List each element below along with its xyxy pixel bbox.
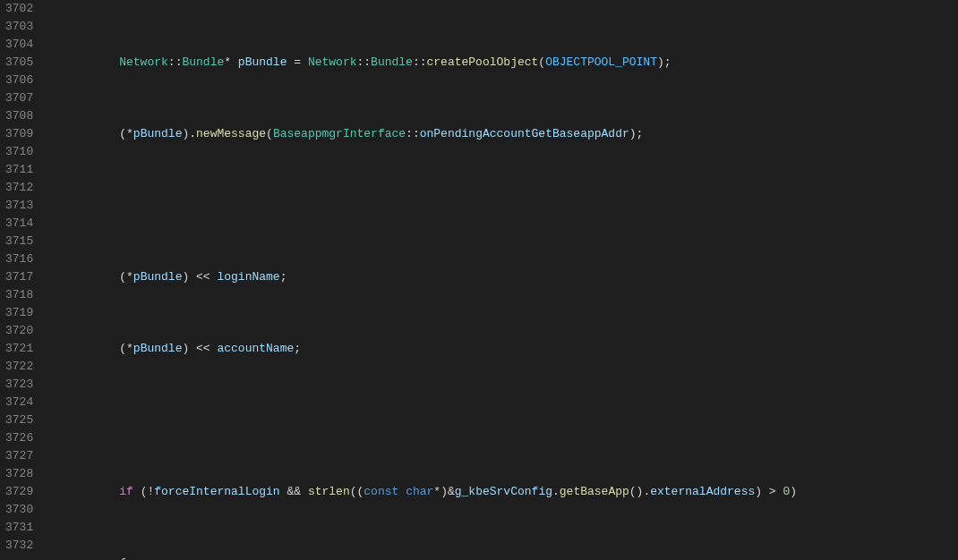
line-number: 3703 bbox=[5, 18, 33, 36]
line-number: 3706 bbox=[5, 72, 33, 89]
line-number: 3721 bbox=[5, 340, 33, 358]
line-number: 3730 bbox=[5, 501, 33, 519]
line-number: 3728 bbox=[5, 465, 33, 483]
type-token: BaseappmgrInterface bbox=[273, 127, 406, 140]
var-token: pBundle bbox=[133, 342, 183, 355]
type-token: Bundle bbox=[371, 55, 413, 69]
var-token: g_kbeSrvConfig bbox=[455, 485, 552, 498]
line-number: 3725 bbox=[5, 412, 33, 429]
fn-token: newMessage bbox=[196, 127, 266, 140]
line-number: 3727 bbox=[5, 447, 33, 465]
const-token: OBJECTPOOL_POINT bbox=[545, 55, 657, 69]
line-number: 3713 bbox=[5, 197, 33, 215]
var-token: pBundle bbox=[133, 270, 183, 284]
var-token: pBundle bbox=[238, 55, 287, 69]
line-number: 3707 bbox=[5, 89, 33, 107]
var-token: externalAddress bbox=[650, 485, 755, 498]
fn-token: getBaseApp bbox=[560, 485, 629, 498]
line-number: 3729 bbox=[5, 483, 33, 501]
line-number: 3714 bbox=[5, 215, 33, 233]
line-number: 3722 bbox=[5, 358, 33, 376]
type-token: Network bbox=[308, 55, 357, 69]
line-number: 3716 bbox=[5, 250, 33, 268]
var-token: forceInternalLogin bbox=[154, 485, 279, 498]
line-number: 3726 bbox=[5, 429, 33, 447]
var-token: loginName bbox=[217, 270, 279, 284]
line-number: 3704 bbox=[5, 36, 33, 54]
line-number: 3712 bbox=[5, 179, 33, 197]
line-number: 3723 bbox=[5, 376, 33, 394]
line-number: 3715 bbox=[5, 233, 33, 250]
code-area[interactable]: Network::Bundle* pBundle = Network::Bund… bbox=[42, 0, 958, 560]
code-editor[interactable]: 3702370337043705370637073708370937103711… bbox=[0, 0, 958, 560]
type-token: Bundle bbox=[182, 55, 224, 69]
line-number-gutter: 3702370337043705370637073708370937103711… bbox=[0, 0, 42, 560]
line-number: 3708 bbox=[5, 107, 33, 125]
line-number: 3711 bbox=[5, 161, 33, 179]
keyword-token: if bbox=[119, 485, 133, 498]
line-number: 3724 bbox=[5, 394, 33, 412]
line-number: 3702 bbox=[5, 0, 33, 18]
line-number: 3709 bbox=[5, 125, 33, 143]
line-number: 3731 bbox=[5, 519, 33, 537]
var-token: onPendingAccountGetBaseappAddr bbox=[420, 127, 629, 140]
line-number: 3717 bbox=[5, 268, 33, 286]
type-token: Network bbox=[119, 55, 168, 69]
var-token: pBundle bbox=[133, 127, 183, 140]
keyword-token: char bbox=[406, 485, 433, 498]
fn-token: createPoolObject bbox=[427, 55, 539, 69]
var-token: accountName bbox=[217, 342, 294, 355]
line-number: 3720 bbox=[5, 322, 33, 340]
line-number: 3719 bbox=[5, 304, 33, 322]
line-number: 3705 bbox=[5, 54, 33, 72]
fn-token: strlen bbox=[308, 485, 350, 498]
keyword-token: const bbox=[364, 485, 398, 498]
line-number: 3710 bbox=[5, 143, 33, 161]
line-number: 3718 bbox=[5, 286, 33, 304]
line-number: 3732 bbox=[5, 537, 33, 555]
